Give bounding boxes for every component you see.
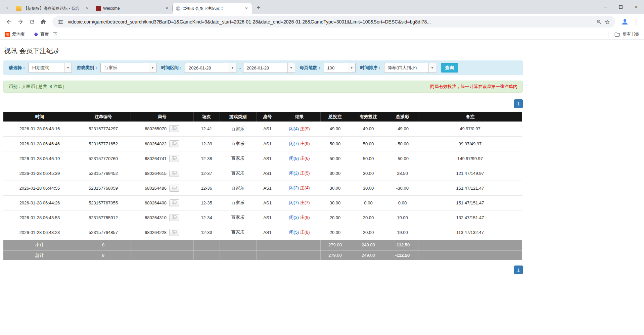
- cell-table-no: AS1: [256, 136, 279, 151]
- replay-video-icon: [172, 186, 177, 191]
- tab-search-button[interactable]: [3, 3, 12, 13]
- chevron-down-icon[interactable]: ▼: [64, 63, 72, 73]
- cell-total-bet[interactable]: 30.00: [320, 181, 350, 195]
- cell-result: 闲(3) 庄(9): [279, 210, 320, 225]
- round-number: 680264408: [145, 200, 167, 205]
- chevron-down-icon[interactable]: ▼: [348, 63, 355, 73]
- tab-welcome[interactable]: Welcome ✕: [93, 3, 172, 14]
- cell-round: 680264310: [131, 210, 193, 225]
- maximize-button[interactable]: [613, 0, 629, 14]
- tab-close-icon[interactable]: ✕: [244, 6, 249, 11]
- chevron-down-icon[interactable]: ▼: [428, 63, 436, 73]
- close-button[interactable]: ✕: [629, 0, 644, 14]
- page-size-select[interactable]: 100 ▼: [324, 63, 356, 73]
- game-type-select[interactable]: 百家乐 ▼: [100, 63, 156, 73]
- bookmark-label: 爱淘宝: [12, 32, 25, 37]
- sort-value: 降幂(由大到小): [384, 63, 428, 73]
- new-tab-button[interactable]: +: [254, 3, 263, 12]
- browser-menu-button[interactable]: ⋮: [631, 17, 641, 27]
- cell-valid-bet: 50.00: [350, 136, 387, 151]
- reload-button[interactable]: [26, 16, 38, 28]
- cell-bet-id: 523157765912: [76, 210, 131, 225]
- cell-total-bet[interactable]: 20.00: [320, 210, 350, 225]
- total-count: 8: [76, 250, 131, 260]
- zoom-icon[interactable]: [595, 18, 603, 26]
- replay-button[interactable]: [169, 170, 179, 177]
- round-number: 680264615: [145, 171, 167, 176]
- cell-time: 2026-01-28 06:45:39: [3, 166, 76, 181]
- replay-button[interactable]: [169, 229, 179, 236]
- tab-bet-record[interactable]: :::视讯 会员下注纪录::: ✕: [173, 3, 252, 14]
- cell-total-bet[interactable]: 30.00: [320, 166, 350, 181]
- cell-empty: [418, 250, 522, 260]
- pagination-top: 1: [3, 99, 523, 108]
- cell-empty: [193, 250, 220, 260]
- date-end-input[interactable]: 2026-01-28 ▼: [243, 63, 295, 73]
- result-banker: 庄(9): [300, 141, 310, 146]
- chevron-down-icon[interactable]: ▼: [149, 63, 156, 73]
- game-type-value: 百家乐: [101, 63, 149, 73]
- chevron-down-icon[interactable]: ▼: [287, 63, 295, 73]
- back-button[interactable]: [3, 16, 15, 28]
- cell-round: 680264615: [131, 166, 193, 181]
- cell-game-type: 百家乐: [220, 166, 256, 181]
- cell-game-type: 百家乐: [220, 210, 256, 225]
- page-1-button[interactable]: 1: [514, 99, 523, 108]
- cell-session: 12-39: [193, 136, 220, 151]
- total-label: 总计: [3, 250, 76, 260]
- cell-bet-id: 523157771652: [76, 136, 131, 151]
- tab-close-icon[interactable]: ✕: [85, 6, 90, 11]
- cell-total-bet[interactable]: 50.00: [320, 136, 350, 151]
- minimize-button[interactable]: ─: [598, 0, 613, 14]
- cell-table-no: AS1: [256, 151, 279, 166]
- tab-close-icon[interactable]: ✕: [164, 6, 170, 11]
- result-player: 闲(7): [289, 141, 299, 146]
- cell-total-bet[interactable]: 49.00: [320, 122, 350, 136]
- bookmark-label: 百度一下: [41, 32, 57, 37]
- replay-video-icon: [172, 156, 177, 161]
- bookmark-star-icon[interactable]: [603, 18, 611, 26]
- round-wrap: 680264822: [145, 140, 179, 147]
- replay-button[interactable]: [169, 125, 179, 132]
- profile-person-icon: [621, 18, 629, 26]
- chevron-down-icon[interactable]: ▼: [229, 63, 236, 73]
- replay-button[interactable]: [169, 214, 179, 221]
- search-button[interactable]: 查询: [441, 63, 458, 73]
- date-start-input[interactable]: 2026-01-28 ▼: [185, 63, 236, 73]
- sort-label: 时间排序：: [360, 65, 382, 71]
- result-banker: 庄(5): [300, 171, 310, 176]
- result-banker: 庄(8): [300, 230, 310, 235]
- cell-time: 2026-01-28 06:43:23: [3, 225, 76, 240]
- all-bookmarks-button[interactable]: 所有书签: [608, 32, 639, 38]
- cell-total-bet[interactable]: 30.00: [320, 195, 350, 210]
- cell-game-type: 百家乐: [220, 195, 256, 210]
- url-bar[interactable]: videoie.com/game/betrecord_search/kind3?…: [52, 16, 615, 28]
- forward-button[interactable]: [15, 16, 26, 28]
- bookmark-taobao[interactable]: 淘 爱淘宝: [5, 32, 25, 37]
- query-type-select[interactable]: 日期查询 ▼: [28, 63, 72, 73]
- replay-button[interactable]: [169, 155, 179, 162]
- tab-forum[interactable]: 【新提醒】海燕策略论坛 - 综合 ✕: [13, 3, 93, 14]
- cell-total-bet[interactable]: 50.00: [320, 151, 350, 166]
- site-settings-icon[interactable]: [56, 18, 64, 26]
- replay-button[interactable]: [169, 185, 179, 192]
- table-body: 2026-01-28 06:48:16523157774297680265070…: [3, 122, 522, 240]
- valid-bet-notice-text: 同局有效投注，统一计算在该局第一张注单内: [430, 84, 517, 90]
- page-1-button[interactable]: 1: [514, 266, 523, 274]
- cell-total-bet[interactable]: 20.00: [320, 225, 350, 240]
- cell-result: 闲(5) 庄(8): [279, 225, 320, 240]
- replay-button[interactable]: [169, 140, 179, 147]
- info-bar: 币别：人民币 | 总共 :8 注单 | 同局有效投注，统一计算在该局第一张注单内: [3, 81, 523, 93]
- reload-icon: [29, 19, 35, 25]
- profile-avatar[interactable]: [620, 17, 630, 27]
- url-text[interactable]: videoie.com/game/betrecord_search/kind3?…: [68, 19, 592, 25]
- chevron-down-icon: [5, 6, 10, 10]
- cell-table-no: AS1: [256, 195, 279, 210]
- home-button[interactable]: [38, 16, 49, 28]
- replay-button[interactable]: [169, 199, 179, 206]
- bookmark-baidu[interactable]: 百度一下: [34, 32, 57, 37]
- cell-payout: -50.00: [387, 151, 418, 166]
- replay-video-icon: [172, 126, 177, 131]
- result-banker: 庄(9): [300, 215, 310, 220]
- sort-select[interactable]: 降幂(由大到小) ▼: [384, 63, 436, 73]
